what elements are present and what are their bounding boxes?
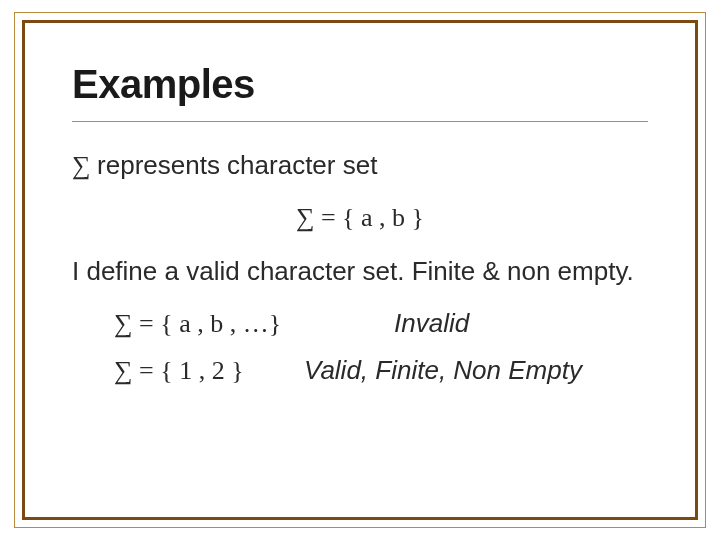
example-valid-note: Valid, Finite, Non Empty	[304, 353, 582, 388]
example-invalid-note: Invalid	[394, 306, 469, 341]
sigma-symbol: ∑	[72, 151, 97, 180]
example-invalid: ∑ = { a , b , …} Invalid	[114, 306, 648, 341]
title-divider	[72, 121, 648, 122]
example-valid: ∑ = { 1 , 2 } Valid, Finite, Non Empty	[114, 353, 648, 388]
intro-text: represents character set	[97, 150, 377, 180]
intro-line: ∑ represents character set	[72, 148, 648, 183]
content-area: Examples ∑ represents character set ∑ = …	[72, 44, 648, 496]
page-title: Examples	[72, 62, 648, 107]
definition-note: I define a valid character set. Finite &…	[72, 254, 648, 288]
definition-line: ∑ = { a , b }	[72, 201, 648, 235]
example-valid-expr: ∑ = { 1 , 2 }	[114, 353, 304, 388]
slide: Examples ∑ represents character set ∑ = …	[0, 0, 720, 540]
example-invalid-expr: ∑ = { a , b , …}	[114, 306, 394, 341]
